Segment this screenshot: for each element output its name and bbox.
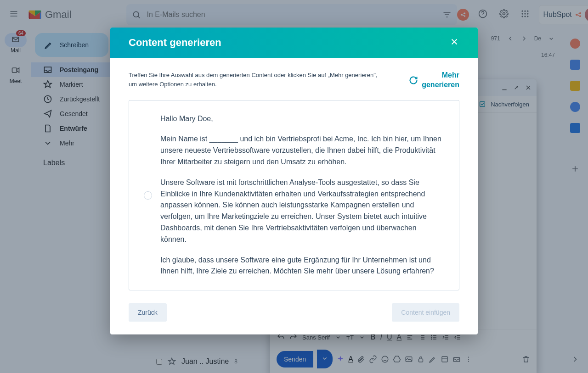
- content-radio[interactable]: [144, 191, 152, 200]
- back-button[interactable]: Zurück: [129, 303, 167, 322]
- modal-header: Content generieren: [110, 28, 478, 58]
- content-generate-modal: Content generieren Treffen Sie Ihre Ausw…: [110, 28, 478, 334]
- more-gen-line2: generieren: [422, 80, 459, 90]
- modal-footer: Zurück Content einfügen: [110, 303, 478, 334]
- content-paragraph-1: Mein Name ist _______ und ich bin Vertri…: [160, 134, 444, 167]
- modal-title: Content generieren: [129, 37, 221, 49]
- insert-content-button[interactable]: Content einfügen: [392, 303, 459, 322]
- generated-content-option[interactable]: Hallo Mary Doe, Mein Name ist _______ un…: [129, 100, 459, 291]
- content-paragraph-2: Unsere Software ist mit fortschrittliche…: [160, 177, 444, 245]
- modal-close-button[interactable]: [449, 37, 459, 49]
- refresh-icon: [409, 76, 418, 85]
- content-paragraph-3: Ich glaube, dass unsere Software eine gu…: [160, 255, 444, 278]
- content-greeting: Hallo Mary Doe,: [160, 113, 444, 125]
- more-gen-line1: Mehr: [422, 71, 459, 80]
- more-generate-button[interactable]: Mehr generieren: [409, 71, 459, 90]
- modal-overlay: Content generieren Treffen Sie Ihre Ausw…: [0, 0, 588, 373]
- generated-content-text: Hallo Mary Doe, Mein Name ist _______ un…: [160, 113, 444, 278]
- modal-instruction: Treffen Sie Ihre Auswahl aus dem generie…: [129, 71, 386, 89]
